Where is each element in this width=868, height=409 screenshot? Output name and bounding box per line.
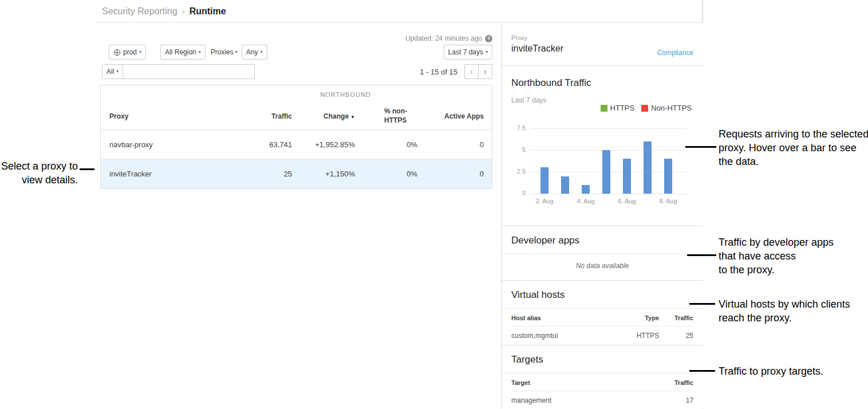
proxies-label: Proxies <box>211 48 234 56</box>
proxy-detail-panel: Proxy inviteTracker Compliance Northboun… <box>501 23 703 408</box>
annotation-pointer-developer-apps <box>687 254 716 256</box>
cell-traffic: 25 <box>231 170 292 178</box>
cell-host-alias: custom,mgmtui <box>511 332 607 340</box>
date-range-dropdown[interactable]: Last 7 days ▾ <box>444 45 492 60</box>
column-header-active-apps[interactable]: Active Apps <box>417 112 484 120</box>
proxy-table: NORTHBOUND Proxy Traffic Change▼ % non-H… <box>100 85 492 189</box>
chevron-down-icon: ▾ <box>235 50 238 54</box>
developer-apps-heading: Developer apps <box>502 226 703 254</box>
pagination-controls: ‹ › <box>464 64 492 79</box>
virtual-hosts-table: Host alias Type Traffic custom,mgmtui HT… <box>502 309 703 345</box>
legend-swatch-icon <box>641 105 648 112</box>
proxy-list-pane: Updated: 24 minutes ago ? prod ▾ All Reg… <box>94 23 501 408</box>
legend-label: Non-HTTPS <box>651 104 692 112</box>
cell-proxy-name: inviteTracker <box>101 170 231 178</box>
environment-dropdown[interactable]: prod ▾ <box>109 45 146 60</box>
sort-descending-icon: ▼ <box>350 115 355 120</box>
chart-subtitle: Last 7 days <box>511 96 546 104</box>
updated-row: Updated: 24 minutes ago ? <box>405 34 492 42</box>
annotation-pointer-targets <box>689 370 715 372</box>
annotation-targets: Traffic to proxy targets. <box>719 364 868 378</box>
pagination-prev-button[interactable]: ‹ <box>464 64 479 79</box>
chart-bar-2[interactable] <box>582 185 590 194</box>
column-header-host-alias: Host alias <box>511 314 607 321</box>
annotation-pointer-select-proxy <box>80 168 95 170</box>
screen: Select a proxy to view details. Security… <box>0 0 868 409</box>
column-header-non-https[interactable]: % non-HTTPS <box>355 107 417 125</box>
column-header-change-label: Change <box>323 112 349 120</box>
legend-item: HTTPS <box>601 104 635 112</box>
date-range-label: Last 7 days <box>448 48 483 56</box>
updated-timestamp: Updated: 24 minutes ago <box>405 34 482 42</box>
chart-legend: HTTPS Non-HTTPS <box>601 104 692 112</box>
chart-bar-0[interactable] <box>540 167 549 194</box>
northbound-traffic-section: Northbound Traffic Last 7 days HTTPS <box>502 66 703 226</box>
pagination-info: 1 - 15 of 15 <box>420 68 457 76</box>
search-input[interactable] <box>123 64 255 79</box>
table-header-row: Proxy Traffic Change▼ % non-HTTPS Active… <box>101 103 492 130</box>
any-dropdown[interactable]: Any ▾ <box>242 45 267 60</box>
legend-swatch-icon <box>601 105 607 112</box>
globe-icon <box>113 49 121 56</box>
chevron-down-icon: ▾ <box>139 50 141 54</box>
column-header-traffic: Traffic <box>659 379 693 386</box>
breadcrumb-runtime: Runtime <box>190 6 226 17</box>
help-icon[interactable]: ? <box>485 35 492 42</box>
chart-bar-6[interactable] <box>664 159 672 194</box>
search-scope-dropdown[interactable]: All ▾ <box>102 64 123 79</box>
chart-gridline <box>530 128 686 129</box>
chart-x-tick-label: 4. Aug <box>577 198 594 204</box>
filter-toolbar: prod ▾ All Region ▾ Proxies ▾ Any ▾ <box>109 45 492 60</box>
annotation-pointer-chart <box>685 146 716 148</box>
cell-change: +1,952.85% <box>292 140 355 149</box>
targets-table: Target Traffic management 17 <box>502 373 703 408</box>
virtual-hosts-body: custom,mgmtui HTTPS 25 <box>511 327 693 345</box>
column-header-traffic: Traffic <box>659 314 693 321</box>
cell-change: +1,150% <box>292 170 355 178</box>
environment-label: prod <box>123 48 137 56</box>
column-header-traffic[interactable]: Traffic <box>231 112 292 120</box>
compliance-link[interactable]: Compliance <box>657 49 693 57</box>
cell-active-apps: 0 <box>417 140 484 149</box>
virtual-hosts-section: Virtual hosts Host alias Type Traffic cu… <box>502 281 703 345</box>
target-row: management 17 <box>511 391 693 408</box>
search-scope-label: All <box>106 68 114 76</box>
cell-traffic: 25 <box>659 332 693 340</box>
chart-bar-1[interactable] <box>561 176 569 194</box>
targets-body: management 17 <box>511 391 693 408</box>
cell-non-https: 0% <box>355 140 417 149</box>
proxies-dropdown[interactable]: Proxies ▾ <box>211 48 238 56</box>
main-content: Updated: 24 minutes ago ? prod ▾ All Reg… <box>94 23 703 408</box>
breadcrumb-security-reporting[interactable]: Security Reporting <box>102 6 177 17</box>
pagination-next-button[interactable]: › <box>478 64 492 79</box>
cell-target: management <box>511 396 659 404</box>
targets-section: Targets Target Traffic management 17 <box>502 345 703 408</box>
chevron-down-icon: ▾ <box>116 69 119 74</box>
annotation-chart: Requests arriving to the selected proxy.… <box>719 127 868 168</box>
column-header-change[interactable]: Change▼ <box>292 112 355 120</box>
chart-y-tick-label: 5 <box>507 146 526 153</box>
chart-x-tick-label: 6. Aug <box>618 198 636 204</box>
chart-bar-5[interactable] <box>644 141 652 194</box>
cell-proxy-name: navbar-proxy <box>101 140 231 149</box>
chart-bar-3[interactable] <box>602 150 610 194</box>
targets-header-row: Target Traffic <box>511 373 693 391</box>
column-header-proxy[interactable]: Proxy <box>101 112 231 120</box>
detail-proxy-name: inviteTracker <box>511 44 563 54</box>
breadcrumb: Security Reporting › Runtime <box>94 0 703 23</box>
proxy-row[interactable]: navbar-proxy 63,741 +1,952.85% 0% 0 <box>101 130 492 159</box>
column-header-type: Type <box>607 314 659 321</box>
chart-y-tick-label: 7.5 <box>507 124 526 131</box>
chart-bar-4[interactable] <box>623 159 631 194</box>
proxy-row[interactable]: inviteTracker 25 +1,150% 0% 0 <box>101 159 492 188</box>
chart-y-tick-label: 2.5 <box>507 168 526 175</box>
developer-apps-section: Developer apps No data available <box>502 226 703 281</box>
annotation-select-proxy: Select a proxy to view details. <box>0 159 78 187</box>
developer-apps-empty-state: No data available <box>502 262 703 270</box>
app-window: Security Reporting › Runtime Updated: 24… <box>94 0 703 409</box>
annotation-virtual-hosts: Virtual hosts by which clients reach the… <box>719 297 853 325</box>
chevron-down-icon: ▾ <box>199 50 201 54</box>
region-dropdown[interactable]: All Region ▾ <box>160 45 206 60</box>
annotation-developer-apps: Traffic by developer apps that have acce… <box>719 235 862 277</box>
chart-title: Northbound Traffic <box>511 77 591 89</box>
